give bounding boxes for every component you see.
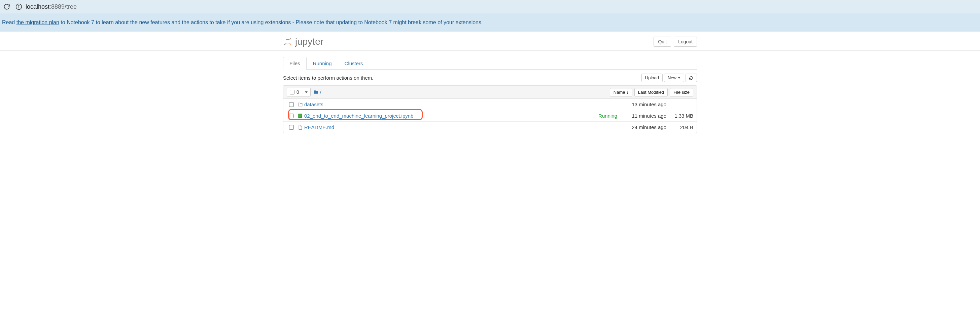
- list-item: README.md 24 minutes ago 204 B: [283, 122, 697, 133]
- arrow-down-icon: ↓: [626, 90, 628, 95]
- migration-plan-link[interactable]: the migration plan: [16, 19, 59, 25]
- notebook-running-icon: [296, 113, 304, 119]
- logout-button[interactable]: Logout: [674, 36, 697, 47]
- svg-point-5: [290, 44, 291, 45]
- select-all-dropdown[interactable]: 0: [287, 88, 310, 97]
- selection-hint: Select items to perform actions on them.: [283, 75, 373, 81]
- svg-rect-7: [299, 114, 302, 115]
- file-modified: 13 minutes ago: [619, 102, 667, 107]
- file-size: 1.33 MB: [667, 113, 693, 119]
- site-info-icon[interactable]: [16, 3, 22, 10]
- svg-point-2: [19, 5, 19, 6]
- new-button-label: New: [668, 75, 676, 80]
- refresh-button[interactable]: [686, 74, 697, 82]
- jupyter-logo-text: jupyter: [295, 36, 323, 47]
- file-browser: 0 / Name ↓ Last Modified File size: [283, 86, 697, 133]
- row-checkbox[interactable]: [289, 114, 294, 118]
- breadcrumb[interactable]: /: [313, 89, 321, 95]
- tab-files[interactable]: Files: [283, 57, 307, 70]
- file-size: 204 B: [667, 124, 693, 130]
- jupyter-logo[interactable]: jupyter: [283, 36, 323, 47]
- notice-suffix: to Notebook 7 to learn about the new fea…: [59, 19, 483, 25]
- browser-address-bar: localhost:8889/tree: [0, 0, 980, 13]
- migration-notice-banner: Read the migration plan to Notebook 7 to…: [0, 13, 980, 32]
- url-path: :8889/tree: [49, 3, 77, 10]
- jupyter-header: jupyter Quit Logout: [283, 32, 697, 51]
- sort-size-button[interactable]: File size: [670, 88, 693, 97]
- dashboard-tabs: Files Running Clusters: [283, 57, 697, 70]
- file-icon: [296, 125, 304, 130]
- file-modified: 11 minutes ago: [619, 113, 667, 119]
- file-modified: 24 minutes ago: [619, 124, 667, 130]
- sort-name-button[interactable]: Name ↓: [610, 88, 632, 97]
- reload-icon[interactable]: [3, 3, 10, 10]
- file-status: Running: [598, 113, 619, 119]
- caret-down-icon: [678, 77, 681, 79]
- new-dropdown-button[interactable]: New: [664, 74, 684, 82]
- file-name-link[interactable]: 02_end_to_end_machine_learning_project.i…: [304, 113, 598, 119]
- file-toolbar: Select items to perform actions on them.…: [283, 70, 697, 86]
- selected-count: 0: [296, 89, 299, 95]
- folder-icon: [313, 90, 319, 94]
- svg-rect-9: [299, 116, 301, 117]
- select-filter-caret[interactable]: [302, 88, 310, 96]
- list-item: 02_end_to_end_machine_learning_project.i…: [283, 110, 697, 122]
- svg-rect-8: [299, 115, 302, 116]
- header-divider: [0, 51, 980, 51]
- row-checkbox[interactable]: [289, 102, 294, 107]
- breadcrumb-root: /: [320, 89, 321, 95]
- url-display[interactable]: localhost:8889/tree: [16, 3, 77, 10]
- refresh-icon: [689, 76, 693, 80]
- folder-icon: [296, 102, 304, 107]
- sort-name-label: Name: [614, 90, 625, 95]
- upload-button[interactable]: Upload: [641, 74, 663, 82]
- jupyter-logo-icon: [283, 37, 293, 46]
- sort-modified-button[interactable]: Last Modified: [635, 88, 668, 97]
- url-text: localhost:8889/tree: [25, 3, 77, 10]
- file-name-link[interactable]: README.md: [304, 124, 617, 130]
- tab-running[interactable]: Running: [307, 57, 338, 70]
- tab-clusters[interactable]: Clusters: [338, 57, 369, 70]
- file-name-link[interactable]: datasets: [304, 102, 617, 107]
- file-browser-header: 0 / Name ↓ Last Modified File size: [283, 86, 697, 99]
- notice-prefix: Read: [2, 19, 16, 25]
- svg-point-3: [290, 38, 291, 40]
- url-host: localhost: [25, 3, 49, 10]
- quit-button[interactable]: Quit: [654, 36, 671, 47]
- list-item: datasets 13 minutes ago: [283, 99, 697, 110]
- svg-point-4: [285, 44, 285, 45]
- select-all-checkbox[interactable]: [290, 90, 294, 94]
- row-checkbox[interactable]: [289, 125, 294, 130]
- caret-down-icon: [305, 91, 308, 93]
